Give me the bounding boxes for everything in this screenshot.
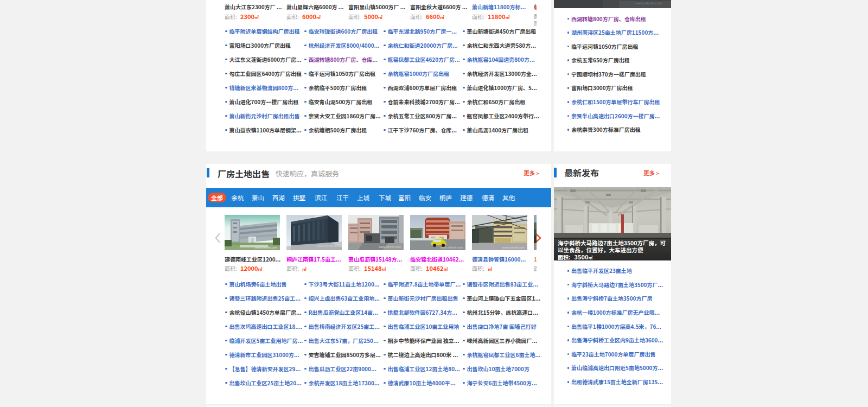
svg-text:www.mhcfw.com: www.mhcfw.com: [502, 245, 525, 249]
svg-text:www.mhcfw.com: www.mhcfw.com: [441, 245, 463, 249]
svg-text:www.mhcfw.com: www.mhcfw.com: [379, 245, 401, 249]
svg-text:www.mhcfw.com: www.mhcfw.com: [317, 244, 339, 247]
svg-text:www.mhcfw.com: www.mhcfw.com: [635, 1, 662, 5]
svg-text:www.mhcfw.com: www.mhcfw.com: [255, 245, 277, 249]
